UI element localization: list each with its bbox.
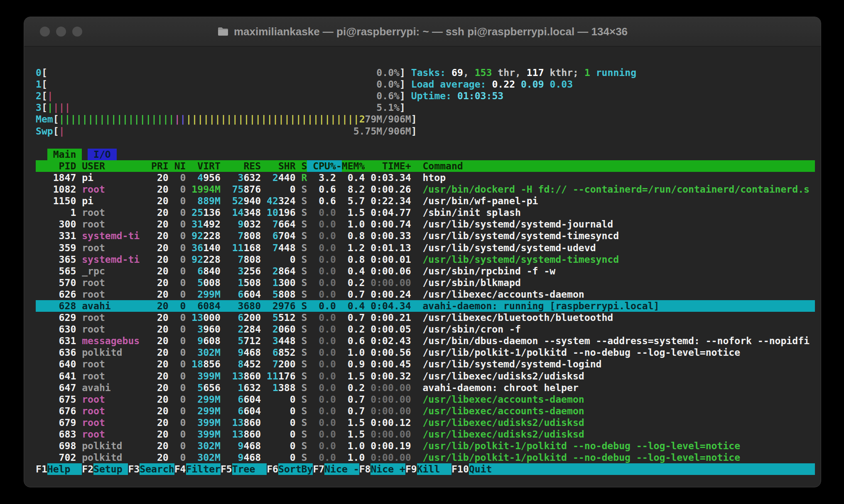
process-state: S xyxy=(296,207,307,218)
tab-main[interactable]: Main xyxy=(47,149,82,160)
column-header-mem[interactable]: -MEM% xyxy=(336,160,365,172)
process-row[interactable]: 641root200399M1386011176S0.01.50:00.32/u… xyxy=(36,370,815,382)
fkey-f1[interactable]: F1Help xyxy=(36,463,82,475)
process-row[interactable]: 1082root2001994M758760S0.68.20:00.26/usr… xyxy=(36,183,815,195)
process-time: 0:00.00 xyxy=(365,394,411,405)
process-ni: 0 xyxy=(169,277,186,289)
process-row[interactable]: 631messagebus200960857123448S0.00.60:02.… xyxy=(36,335,815,347)
process-res: 9032 xyxy=(221,218,261,230)
process-pid: 1082 xyxy=(36,183,76,195)
tab-io[interactable]: I/O xyxy=(88,149,117,160)
column-header-pid[interactable]: PID xyxy=(36,160,76,172)
meter-bar-yellow: |||||||||||||||||||||||||||||| xyxy=(186,113,359,125)
process-state: S xyxy=(296,265,307,277)
process-row[interactable]: 676root200299M66040S0.00.70:00.00/usr/li… xyxy=(36,405,815,417)
process-row[interactable]: 570root200500815081300S0.00.20:00.00/usr… xyxy=(36,277,815,289)
fkey-f4[interactable]: F4Filter xyxy=(174,463,221,475)
minimize-button[interactable] xyxy=(56,27,66,37)
process-res: 2284 xyxy=(221,323,261,335)
fkey-f7[interactable]: F7Nice - xyxy=(313,463,359,475)
process-row[interactable]: 628avahi200608436802976S0.00.40:04.34ava… xyxy=(36,300,815,312)
zoom-button[interactable] xyxy=(72,27,82,37)
column-header-ni[interactable]: NI xyxy=(169,160,186,172)
column-header-user[interactable]: USER xyxy=(76,160,140,172)
process-row[interactable]: 647avahi200565616321388S0.00.20:00.00ava… xyxy=(36,382,815,394)
process-row[interactable]: 359root20036140111687448S0.01.20:01.13/u… xyxy=(36,242,815,254)
process-row[interactable]: 1root200251361434810196S0.01.50:04.77/sb… xyxy=(36,207,815,218)
process-cpu: 0.0 xyxy=(307,358,336,370)
process-mem: 0.4 xyxy=(336,300,365,312)
info-segment: kthr; xyxy=(544,67,584,78)
meter-fill xyxy=(70,102,376,113)
fkey-f9[interactable]: F9Kill xyxy=(405,463,451,475)
process-state: S xyxy=(296,312,307,323)
process-row[interactable]: 1847pi200495636322440R3.20.40:03.34htop xyxy=(36,172,815,183)
process-pid: 676 xyxy=(36,405,76,417)
fkey-f8[interactable]: F8Nice + xyxy=(359,463,405,475)
process-cpu: 0.0 xyxy=(307,254,336,265)
process-state: S xyxy=(296,347,307,358)
process-row[interactable]: 629root2001300062005512S0.00.70:00.21/us… xyxy=(36,312,815,323)
process-user: polkitd xyxy=(76,347,140,358)
fkey-number: F4 xyxy=(174,463,186,475)
terminal-window: maximiliankaske — pi@raspberrypi: ~ — ss… xyxy=(24,17,821,487)
column-header-s[interactable]: S xyxy=(296,160,307,172)
fkey-f3[interactable]: F3Search xyxy=(128,463,174,475)
column-header-cmd[interactable]: Command xyxy=(411,160,815,172)
process-pri: 20 xyxy=(140,358,169,370)
process-ni: 0 xyxy=(169,312,186,323)
title-bar[interactable]: maximiliankaske — pi@raspberrypi: ~ — ss… xyxy=(24,17,821,46)
column-header-pri[interactable]: PRI xyxy=(140,160,169,172)
virt-part: 6 xyxy=(197,265,203,277)
virt-part: 008 xyxy=(203,277,221,289)
fkey-f6[interactable]: F6SortBy xyxy=(267,463,313,475)
close-button[interactable] xyxy=(40,27,50,37)
process-shr: 7448 xyxy=(261,242,295,254)
column-header-cpu[interactable]: CPU% xyxy=(307,160,336,172)
process-state: S xyxy=(296,254,307,265)
process-row[interactable]: 331systemd-ti2009222878086704S0.00.80:00… xyxy=(36,230,815,242)
column-header-res[interactable]: RES xyxy=(221,160,261,172)
meter-label: 1 xyxy=(36,78,42,90)
process-row[interactable]: 702polkitd200302M94680S0.01.00:00.00/usr… xyxy=(36,452,815,463)
fkey-f5[interactable]: F5Tree xyxy=(221,463,267,475)
process-row[interactable]: 636polkitd200302M94686852S0.01.00:00.56/… xyxy=(36,347,815,358)
process-row[interactable]: 365systemd-ti2009222878080S0.00.80:00.01… xyxy=(36,254,815,265)
process-row[interactable]: 675root200299M66040S0.00.70:00.00/usr/li… xyxy=(36,394,815,405)
fkey-f10[interactable]: F10Quit xyxy=(451,463,492,475)
fkey-label: Filter xyxy=(186,463,221,475)
process-row[interactable]: 698polkitd200302M94680S0.01.00:00.19/usr… xyxy=(36,440,815,452)
process-command: /usr/libexec/accounts-daemon xyxy=(411,289,815,300)
process-virt: 3960 xyxy=(186,323,220,335)
column-header-time[interactable]: TIME+ xyxy=(365,160,411,172)
process-mem: 0.2 xyxy=(336,382,365,394)
process-row[interactable]: 630root200396022842060S0.00.20:00.05/usr… xyxy=(36,323,815,335)
res-part: 14 xyxy=(232,207,244,218)
process-row[interactable]: 626root200299M66045808S0.00.70:00.24/usr… xyxy=(36,289,815,300)
process-row[interactable]: 683root200399M138600S0.01.50:00.00/usr/l… xyxy=(36,428,815,440)
shr-part: 176 xyxy=(278,370,296,382)
column-header-shr[interactable]: SHR xyxy=(261,160,295,172)
process-row[interactable]: 565_rpc200684032562864S0.00.40:00.06/usr… xyxy=(36,265,815,277)
meter-fill xyxy=(53,90,377,102)
process-command: /usr/libexec/bluetooth/bluetoothd xyxy=(411,312,815,323)
process-command: /usr/lib/polkit-1/polkitd --no-debug --l… xyxy=(411,347,815,358)
process-cpu: 0.0 xyxy=(307,242,336,254)
res-part: 860 xyxy=(243,370,261,382)
tab-pad xyxy=(88,149,93,160)
process-pid: 631 xyxy=(36,335,76,347)
column-header-virt[interactable]: VIRT xyxy=(186,160,220,172)
process-cpu: 0.0 xyxy=(307,207,336,218)
info-segment: Load average: xyxy=(411,78,492,90)
process-row[interactable]: 300root2003149290327664S0.01.00:00.74/us… xyxy=(36,218,815,230)
shr-part: 864 xyxy=(278,265,296,277)
process-row[interactable]: 1150pi200889M5294042324S0.65.70:22.34/us… xyxy=(36,195,815,207)
shr-part: 200 xyxy=(278,358,296,370)
virt-part: 299M xyxy=(197,405,221,417)
virt-part: 228 xyxy=(203,254,221,265)
process-row[interactable]: 679root200399M138600S0.01.50:00.12/usr/l… xyxy=(36,417,815,428)
res-part: 508 xyxy=(243,277,261,289)
shr-part: 2 xyxy=(272,172,278,183)
process-row[interactable]: 640root2001885684527200S0.00.90:00.45/us… xyxy=(36,358,815,370)
fkey-f2[interactable]: F2Setup xyxy=(82,463,128,475)
